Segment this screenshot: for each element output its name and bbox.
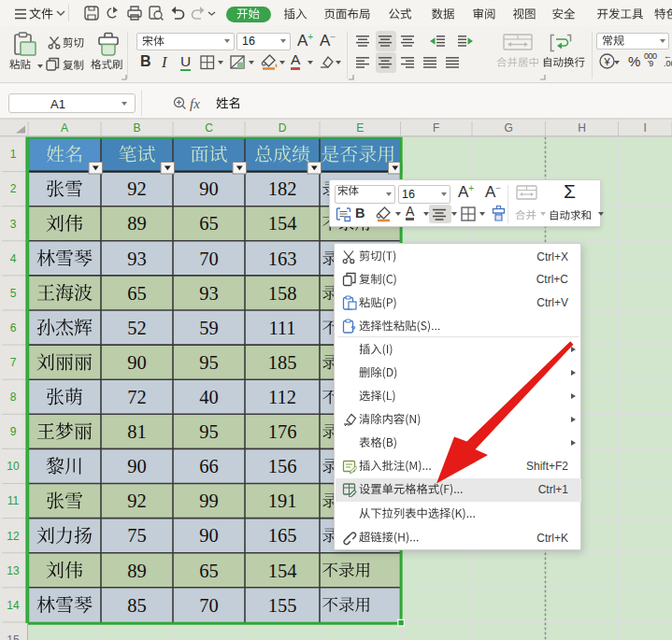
svg-text:90: 90 [127,456,147,476]
svg-text:155: 155 [268,595,297,616]
svg-text:93: 93 [127,249,147,269]
svg-text:176: 176 [268,421,297,442]
svg-text:65: 65 [199,213,219,234]
svg-text:?: ? [350,324,356,334]
svg-text:11: 11 [7,494,20,507]
svg-text:B: B [133,121,140,135]
svg-text:65: 65 [199,561,219,581]
svg-text:90: 90 [199,525,219,546]
svg-text:D: D [279,121,287,135]
svg-text:3: 3 [10,218,17,231]
svg-text:95: 95 [199,421,219,442]
svg-text:93: 93 [199,283,219,304]
svg-text:99: 99 [199,491,219,511]
svg-text:92: 92 [127,178,147,199]
svg-text:72: 72 [127,387,147,407]
svg-text:75: 75 [127,525,147,546]
svg-text:89: 89 [127,561,147,581]
svg-text:92: 92 [127,491,147,511]
svg-text:1: 1 [10,148,17,161]
svg-text:112: 112 [268,387,296,407]
svg-text:156: 156 [268,456,297,476]
svg-text:85: 85 [127,595,147,616]
svg-text:7: 7 [10,356,17,369]
svg-text:9: 9 [10,425,17,438]
svg-text:70: 70 [199,249,219,269]
svg-text:154: 154 [268,213,297,234]
svg-text:I: I [644,121,647,135]
svg-text:C: C [205,121,213,135]
svg-text:F: F [433,121,439,135]
svg-text:5: 5 [10,287,17,300]
svg-text:182: 182 [268,178,297,199]
svg-text:E: E [356,121,364,135]
svg-text:10: 10 [7,460,20,473]
svg-text:8: 8 [10,391,17,404]
svg-text:154: 154 [268,561,297,581]
svg-text:59: 59 [199,318,219,338]
svg-text:90: 90 [199,178,219,199]
svg-text:12: 12 [7,530,20,543]
svg-text:52: 52 [127,318,147,338]
svg-text:70: 70 [199,595,219,616]
svg-text:191: 191 [268,491,297,511]
svg-text:158: 158 [268,283,297,304]
svg-text:111: 111 [268,318,295,338]
svg-text:81: 81 [127,421,147,442]
svg-text:165: 165 [268,525,297,546]
svg-text:15: 15 [7,633,20,640]
svg-text:66: 66 [199,456,219,476]
svg-text:95: 95 [199,352,219,373]
svg-text:4: 4 [10,252,17,265]
svg-text:14: 14 [7,599,20,612]
svg-text:40: 40 [199,387,219,407]
svg-text:185: 185 [268,352,297,373]
svg-text:G: G [505,121,513,135]
svg-text:89: 89 [127,213,147,234]
svg-text:A: A [61,121,68,135]
svg-text:6: 6 [10,321,17,334]
svg-text:90: 90 [127,352,147,373]
svg-text:2: 2 [10,182,17,195]
svg-text:H: H [578,121,586,135]
svg-text:65: 65 [127,283,147,304]
svg-text:163: 163 [268,249,297,269]
svg-text:13: 13 [7,564,20,577]
